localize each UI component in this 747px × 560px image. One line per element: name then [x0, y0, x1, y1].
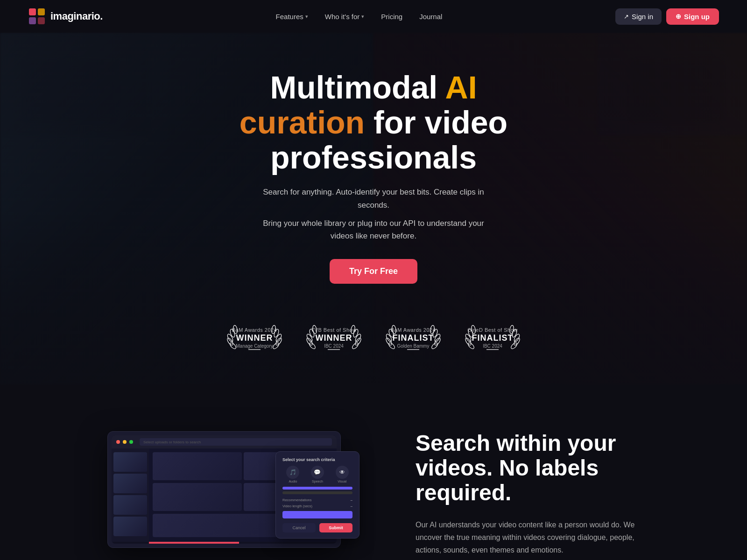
award-text-1: BaM Awards 2024 WINNER Manage Category [232, 327, 277, 349]
nav-journal[interactable]: Journal [413, 9, 449, 24]
section2-title: Search within your videos. No labels req… [416, 431, 640, 505]
award-wreath-2: TVB Best of Show WINNER IBC 2024 [303, 319, 364, 357]
visual-icon-item: 👁 Visual [336, 466, 349, 483]
dialog-actions: Cancel Submit [282, 523, 352, 532]
window-maximize-dot [129, 440, 133, 444]
award-badge-3: BaM Awards 2024 FINALIST Golden Bammy [383, 319, 444, 357]
window-minimize-dot [123, 440, 127, 444]
awards-row: BaM Awards 2024 WINNER Manage Category [9, 319, 738, 357]
nav-pricing[interactable]: Pricing [374, 9, 409, 24]
video-cell-3 [153, 483, 242, 511]
chevron-down-icon: ▾ [305, 14, 308, 20]
award-text-3: BaM Awards 2024 FINALIST Golden Bammy [391, 327, 436, 349]
search-section: Select uploads or folders to search [70, 385, 677, 560]
svg-rect-3 [38, 17, 45, 24]
audio-icon: 🎵 [286, 466, 299, 479]
signin-button[interactable]: ↗ Sign in [615, 8, 662, 25]
submit-button[interactable]: Submit [319, 523, 352, 532]
award-badge-4: CineD Best of Show FINALIST IBC 2024 [462, 319, 523, 357]
speech-icon: 💬 [311, 466, 324, 479]
nav-actions: ↗ Sign in ⊕ Sign up [615, 8, 719, 25]
search-mockup-container: Select uploads or folders to search [107, 431, 378, 548]
inactive-bar [282, 491, 352, 494]
award-badge-1: BaM Awards 2024 WINNER Manage Category [224, 319, 285, 357]
audio-icon-item: 🎵 Audio [286, 466, 299, 483]
svg-rect-0 [29, 8, 36, 15]
dialog-title: Select your search criteria [282, 457, 352, 462]
nav-features[interactable]: Features ▾ [269, 9, 315, 24]
award-wreath-3: BaM Awards 2024 FINALIST Golden Bammy [383, 319, 444, 357]
logo-link[interactable]: imaginario. [28, 7, 103, 25]
video-thumb-4 [113, 517, 147, 536]
nav-whoisfor[interactable]: Who it's for ▾ [318, 9, 371, 24]
video-thumb-3 [113, 495, 147, 515]
dialog-icons: 🎵 Audio 💬 Speech 👁 Visual [282, 466, 352, 483]
video-length-row: Video length (secs) – [282, 504, 352, 508]
section2-body1: Our AI understands your video content li… [416, 518, 640, 557]
logo-icon [28, 7, 46, 25]
visual-icon: 👁 [336, 466, 349, 479]
hero-content: Multimodal AI curation for video profess… [9, 70, 738, 357]
chevron-down-icon: ▾ [361, 14, 364, 20]
video-cell-1 [153, 452, 242, 480]
nav-links: Features ▾ Who it's for ▾ Pricing Journa… [269, 9, 449, 24]
award-wreath-1: BaM Awards 2024 WINNER Manage Category [224, 319, 285, 357]
cancel-button[interactable]: Cancel [282, 523, 316, 532]
award-text-4: CineD Best of Show FINALIST IBC 2024 [467, 327, 517, 349]
award-badge-2: TVB Best of Show WINNER IBC 2024 [303, 319, 364, 357]
speech-icon-item: 💬 Speech [311, 466, 324, 483]
search-criteria-dialog: Select your search criteria 🎵 Audio 💬 Sp… [275, 451, 359, 539]
svg-rect-1 [38, 8, 45, 15]
external-link-icon: ↗ [624, 13, 629, 20]
award-text-2: TVB Best of Show WINNER IBC 2024 [311, 327, 356, 349]
award-wreath-4: CineD Best of Show FINALIST IBC 2024 [462, 319, 523, 357]
user-plus-icon: ⊕ [676, 13, 681, 20]
svg-rect-2 [29, 17, 36, 24]
try-for-free-button[interactable]: Try For Free [330, 259, 417, 284]
progress-bar [149, 542, 239, 544]
recommendations-row: Recommendations – [282, 498, 352, 502]
video-thumb-1 [113, 452, 147, 472]
logo-text: imaginario. [50, 10, 103, 22]
length-slider[interactable] [282, 511, 352, 518]
signup-button[interactable]: ⊕ Sign up [666, 8, 719, 25]
mockup-topbar: Select uploads or folders to search [112, 435, 337, 448]
window-close-dot [116, 440, 120, 444]
app-mockup: Select uploads or folders to search [107, 431, 341, 548]
hero-subtitle1: Search for anything. Auto-identify your … [252, 186, 495, 211]
hero-section: Multimodal AI curation for video profess… [0, 33, 747, 385]
hero-subtitle2: Bring your whole library or plug into ou… [252, 217, 495, 242]
selected-bar [282, 487, 352, 490]
search-bar-mockup: Select uploads or folders to search [140, 438, 332, 446]
navbar: imaginario. Features ▾ Who it's for ▾ Pr… [0, 0, 747, 33]
search-text-content: Search within your videos. No labels req… [416, 431, 640, 560]
video-thumb-2 [113, 474, 147, 493]
hero-title: Multimodal AI curation for video profess… [187, 70, 560, 175]
mockup-sidebar [112, 448, 149, 542]
